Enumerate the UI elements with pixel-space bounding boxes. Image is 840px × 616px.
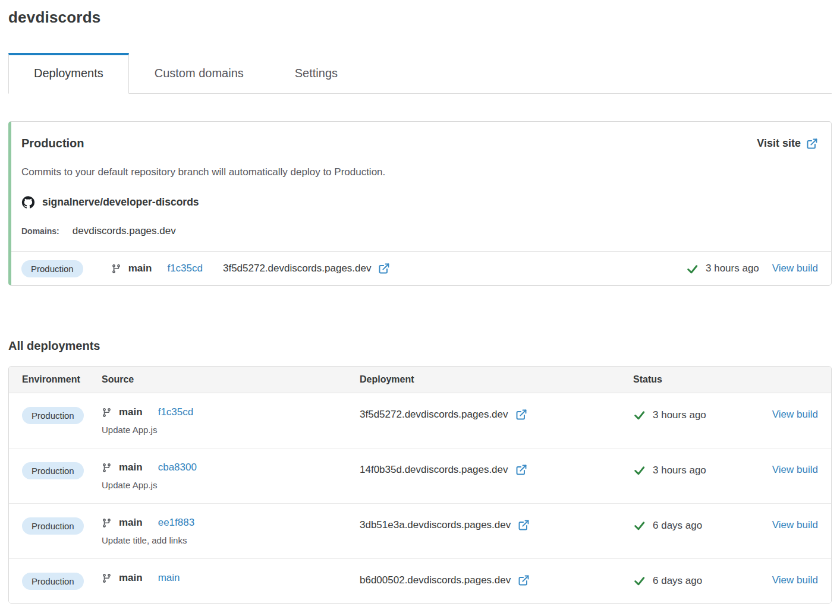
latest-deployment-row: Production main f1c35cd 3f5d5272.devdisc… bbox=[11, 251, 831, 285]
external-link-icon[interactable] bbox=[378, 263, 390, 274]
check-icon bbox=[686, 263, 699, 275]
view-build-link[interactable]: View build bbox=[772, 409, 818, 420]
domains-value: devdiscords.pages.dev bbox=[73, 225, 176, 237]
table-row: Production main ee1f883 Update title, ad… bbox=[9, 504, 831, 559]
commit-link[interactable]: ee1f883 bbox=[158, 517, 194, 529]
status-time: 6 days ago bbox=[653, 520, 702, 532]
environment-badge: Production bbox=[22, 407, 84, 424]
tab-bar: Deployments Custom domains Settings bbox=[8, 53, 832, 94]
branch-name: main bbox=[119, 406, 143, 418]
tab-custom-domains[interactable]: Custom domains bbox=[129, 53, 269, 93]
column-header-source: Source bbox=[102, 374, 360, 385]
pages-project-page: devdiscords Deployments Custom domains S… bbox=[0, 0, 840, 604]
tab-settings[interactable]: Settings bbox=[269, 53, 363, 93]
check-icon bbox=[633, 519, 646, 532]
commit-link[interactable]: f1c35cd bbox=[167, 263, 203, 274]
status-time: 3 hours ago bbox=[706, 263, 759, 274]
all-deployments-title: All deployments bbox=[8, 339, 832, 353]
repo-name: signalnerve/developer-discords bbox=[42, 196, 199, 209]
commit-link[interactable]: cba8300 bbox=[158, 462, 197, 473]
git-branch-icon bbox=[102, 518, 112, 528]
deployment-url: 3db51e3a.devdiscords.pages.dev bbox=[360, 519, 511, 531]
check-icon bbox=[633, 574, 646, 587]
view-build-link[interactable]: View build bbox=[772, 519, 818, 530]
git-branch-icon bbox=[102, 407, 112, 418]
external-link-icon[interactable] bbox=[518, 574, 530, 586]
commit-link[interactable]: main bbox=[158, 572, 180, 584]
production-card: Production Visit site Commits to your de… bbox=[8, 121, 832, 286]
status-time: 6 days ago bbox=[653, 575, 702, 587]
commit-message: Update App.js bbox=[102, 425, 360, 435]
environment-badge: Production bbox=[21, 260, 83, 277]
environment-badge: Production bbox=[22, 517, 84, 535]
commit-link[interactable]: f1c35cd bbox=[158, 406, 194, 418]
deployment-url: 14f0b35d.devdiscords.pages.dev bbox=[360, 464, 508, 476]
branch-name: main bbox=[128, 263, 152, 274]
branch-name: main bbox=[119, 517, 143, 529]
column-header-environment: Environment bbox=[22, 374, 102, 385]
git-branch-icon bbox=[111, 264, 121, 274]
repo-link[interactable]: signalnerve/developer-discords bbox=[21, 195, 818, 209]
view-build-link[interactable]: View build bbox=[772, 464, 818, 475]
column-header-status: Status bbox=[633, 374, 763, 385]
external-link-icon[interactable] bbox=[515, 409, 527, 421]
environment-badge: Production bbox=[22, 462, 84, 479]
commit-message: Update title, add links bbox=[102, 535, 360, 545]
production-card-description: Commits to your default repository branc… bbox=[21, 166, 818, 178]
github-logo-icon bbox=[21, 195, 35, 209]
domains-label: Domains: bbox=[21, 226, 59, 236]
status-time: 3 hours ago bbox=[653, 465, 706, 476]
deployment-url: 3f5d5272.devdiscords.pages.dev bbox=[360, 409, 508, 421]
branch-name: main bbox=[119, 572, 143, 584]
visit-site-link[interactable]: Visit site bbox=[757, 137, 818, 150]
table-row: Production main main b6d00502.devdiscord… bbox=[9, 559, 831, 603]
page-title: devdiscords bbox=[8, 8, 832, 27]
check-icon bbox=[633, 409, 646, 421]
tab-deployments[interactable]: Deployments bbox=[8, 53, 129, 94]
git-branch-icon bbox=[102, 463, 112, 473]
view-build-link[interactable]: View build bbox=[772, 263, 818, 274]
deployment-url: b6d00502.devdiscords.pages.dev bbox=[360, 574, 511, 586]
external-link-icon[interactable] bbox=[515, 464, 527, 476]
column-header-deployment: Deployment bbox=[360, 374, 633, 385]
production-card-title: Production bbox=[21, 137, 84, 150]
environment-badge: Production bbox=[22, 573, 84, 590]
commit-message: Update App.js bbox=[102, 480, 360, 490]
deployments-table: Environment Source Deployment Status Pro… bbox=[8, 366, 832, 604]
external-link-icon[interactable] bbox=[518, 519, 530, 531]
visit-site-label: Visit site bbox=[757, 137, 801, 150]
status-time: 3 hours ago bbox=[653, 409, 706, 421]
deployment-url: 3f5d5272.devdiscords.pages.dev bbox=[223, 263, 372, 274]
git-branch-icon bbox=[102, 573, 112, 583]
view-build-link[interactable]: View build bbox=[772, 574, 818, 586]
table-row: Production main f1c35cd Update App.js 3f… bbox=[9, 393, 831, 448]
check-icon bbox=[633, 464, 646, 476]
branch-name: main bbox=[119, 462, 143, 473]
external-link-icon bbox=[806, 138, 818, 150]
table-row: Production main cba8300 Update App.js 14… bbox=[9, 448, 831, 504]
table-header: Environment Source Deployment Status bbox=[9, 367, 831, 393]
